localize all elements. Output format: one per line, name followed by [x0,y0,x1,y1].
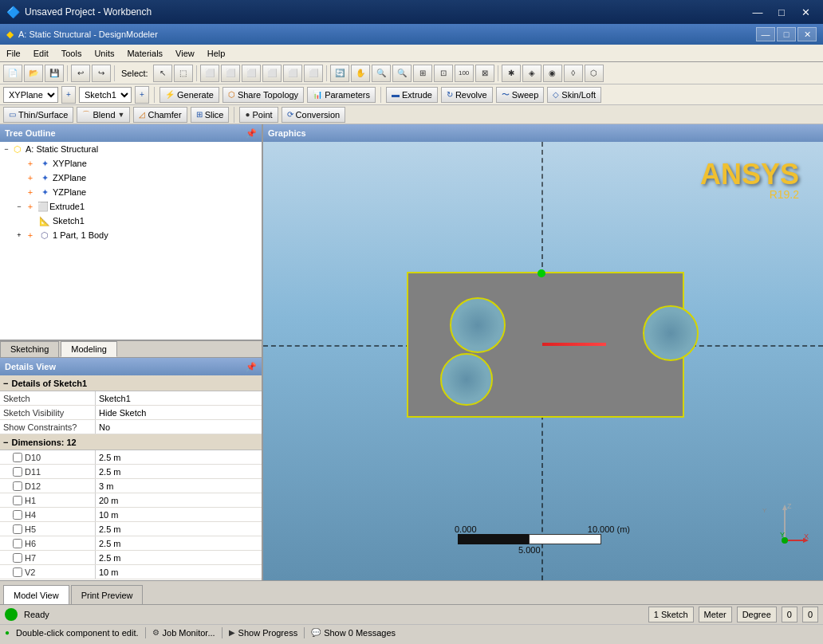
view3d-button2[interactable]: ◈ [522,65,541,82]
zoom-out-button[interactable]: 🔍 [392,65,412,82]
app-minimize-button[interactable]: — [756,27,775,41]
rotate-button[interactable]: 🔄 [330,65,349,82]
select-mode-button[interactable]: ↖ [153,65,172,82]
details-pin-icon[interactable]: 📌 [246,362,257,372]
menu-help[interactable]: Help [201,45,232,61]
point-button[interactable]: ● Point [239,107,278,123]
maximize-button[interactable]: □ [770,3,793,21]
select-box-button[interactable]: ⬚ [174,65,193,82]
detail-val-H5[interactable]: 2.5 m [96,522,262,536]
tree-item-xyplane[interactable]: ▶ + ✦ XYPlane [0,156,262,171]
new-button[interactable]: 📄 [3,65,22,82]
H5-checkbox[interactable] [13,524,22,534]
tree-item-part[interactable]: + + ⬡ 1 Part, 1 Body [0,228,262,242]
redo-button[interactable]: ↪ [92,65,111,82]
share-topology-button[interactable]: ⬡ Share Topology [222,87,304,103]
view-button2[interactable]: ⬜ [221,65,240,82]
view-button5[interactable]: ⬜ [283,65,302,82]
open-button[interactable]: 📂 [24,65,43,82]
H7-checkbox[interactable] [13,553,22,563]
tree-expand-part[interactable]: + [14,230,24,240]
view-button1[interactable]: ⬜ [200,65,219,82]
menu-edit[interactable]: Edit [27,45,55,61]
conversion-button[interactable]: ⟳ Conversion [282,107,346,123]
job-monitor-label[interactable]: Job Monitor... [163,628,215,638]
extrude-button[interactable]: ▬ Extrude [386,87,438,103]
view3d-button1[interactable]: ✱ [502,65,521,82]
tree-item-sketch1[interactable]: ▶ 📐 Sketch1 [0,214,262,228]
V2-checkbox[interactable] [13,567,22,577]
menu-tools[interactable]: Tools [55,45,89,61]
tab-model-view[interactable]: Model View [3,585,69,604]
sweep-button[interactable]: 〜 Sweep [496,87,545,103]
undo-button[interactable]: ↩ [71,65,90,82]
save-button[interactable]: 💾 [45,65,64,82]
tree-item-extrude1[interactable]: − + ⬜ Extrude1 [0,199,262,214]
show-progress-label[interactable]: Show Progress [238,628,298,638]
tab-print-preview[interactable]: Print Preview [71,585,144,604]
zoom-in-button[interactable]: 🔍 [372,65,391,82]
menu-materials[interactable]: Materials [120,45,169,61]
view-iso-button[interactable]: ⊠ [475,65,494,82]
pan-button[interactable]: ✋ [351,65,370,82]
detail-val-H4[interactable]: 10 m [96,508,262,521]
skin-loft-button[interactable]: ◇ Skin/Loft [547,87,601,103]
chamfer-button[interactable]: ◿ Chamfer [133,107,187,123]
detail-val-visibility[interactable]: Hide Sketch [96,406,262,419]
menu-file[interactable]: File [0,45,27,61]
sketch-combo[interactable]: Sketch1 [79,87,132,103]
parameters-button[interactable]: 📊 Parameters [307,87,376,103]
tree-area[interactable]: − ⬡ A: Static Structural ▶ + ✦ XYPlane ▶… [0,142,262,341]
view-button3[interactable]: ⬜ [242,65,261,82]
details-area[interactable]: − Details of Sketch1 Sketch Sketch1 Sket… [0,375,262,580]
detail-val-sketch[interactable]: Sketch1 [96,391,262,405]
job-monitor-section[interactable]: ⚙ Job Monitor... [152,628,215,638]
detail-val-constraints[interactable]: No [96,420,262,434]
add-sketch-button[interactable]: + [135,86,149,104]
tree-item-static-structural[interactable]: − ⬡ A: Static Structural [0,142,262,156]
tree-expand-extrude1[interactable]: − [14,202,24,211]
tree-expand-structural[interactable]: − [2,144,11,154]
detail-val-H7[interactable]: 2.5 m [96,551,262,564]
slice-button[interactable]: ⊞ Slice [191,107,230,123]
H4-checkbox[interactable] [13,510,22,520]
H6-checkbox[interactable] [13,539,22,548]
zoom-100-button[interactable]: 100 [455,65,474,82]
H1-checkbox[interactable] [13,496,22,505]
show-progress-section[interactable]: ▶ Show Progress [229,628,298,638]
add-plane-button[interactable]: + [61,86,76,104]
graphics-viewport[interactable]: ANSYS R19.2 0.000 [263,142,823,580]
D10-checkbox[interactable] [13,453,22,462]
generate-button[interactable]: ⚡ Generate [159,87,219,103]
dims-collapse-icon[interactable]: − [3,438,8,447]
detail-val-V2[interactable]: 10 m [96,565,262,579]
zoom-box-button[interactable]: ⊡ [434,65,453,82]
tree-item-zxplane[interactable]: ▶ + ✦ ZXPlane [0,171,262,185]
menu-units[interactable]: Units [88,45,120,61]
view-button6[interactable]: ⬜ [304,65,323,82]
detail-val-H6[interactable]: 2.5 m [96,536,262,550]
revolve-button[interactable]: ↻ Revolve [441,87,493,103]
view-button4[interactable]: ⬜ [262,65,282,82]
view3d-button3[interactable]: ◉ [543,65,562,82]
blend-button[interactable]: ⌒ Blend ▼ [77,107,130,123]
thin-surface-button[interactable]: ▭ Thin/Surface [3,107,73,123]
detail-val-D12[interactable]: 3 m [96,479,262,493]
detail-val-H1[interactable]: 20 m [96,493,262,507]
tree-expand-icon[interactable]: 📌 [246,128,257,139]
minimize-button[interactable]: — [746,3,769,21]
D12-checkbox[interactable] [13,481,22,491]
zoom-fit-button[interactable]: ⊞ [413,65,432,82]
detail-val-D10[interactable]: 2.5 m [96,450,262,464]
show-messages-label[interactable]: Show 0 Messages [324,628,396,638]
show-messages-section[interactable]: 💬 Show 0 Messages [311,628,396,638]
tree-item-yzplane[interactable]: ▶ + ✦ YZPlane [0,185,262,199]
view3d-button5[interactable]: ⬡ [585,65,604,82]
D11-checkbox[interactable] [13,467,22,477]
detail-val-D11[interactable]: 2.5 m [96,465,262,478]
section-collapse-icon[interactable]: − [3,379,8,388]
menu-view[interactable]: View [169,45,201,61]
plane-combo[interactable]: XYPlane ZXPlane YZPlane [3,87,58,103]
tab-sketching[interactable]: Sketching [0,341,59,357]
view3d-button4[interactable]: ◊ [564,65,583,82]
